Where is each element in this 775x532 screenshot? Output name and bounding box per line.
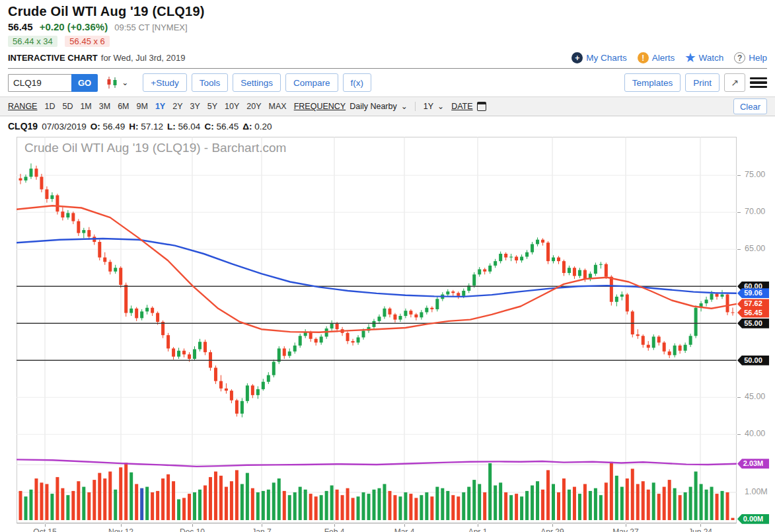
x-axis-label: Mar 4	[394, 527, 415, 532]
chevron-down-icon: ⌄	[437, 102, 444, 111]
interactive-chart-label: INTERACTIVE CHART	[8, 53, 98, 63]
y-axis-badge: 56.45	[737, 308, 769, 318]
x-axis-tick	[192, 524, 193, 527]
toolbar-button[interactable]: Compare	[285, 73, 338, 92]
clear-button[interactable]: Clear	[733, 98, 767, 114]
range-option[interactable]: 1Y	[155, 102, 165, 111]
candlestick-icon	[106, 77, 119, 89]
watch-link[interactable]: ★ Watch	[685, 51, 723, 65]
go-button[interactable]: GO	[71, 74, 98, 92]
range-option[interactable]: MAX	[269, 102, 287, 111]
x-axis-tick	[262, 524, 262, 527]
y-axis-label: 65.00	[745, 244, 765, 253]
header: Crude Oil WTI Aug '19 (CLQ19) 56.45 +0.2…	[0, 0, 775, 69]
range-option[interactable]: 3Y	[190, 102, 200, 111]
range-option[interactable]: 5Y	[207, 102, 217, 111]
y-axis-badge: 0.00M	[737, 514, 769, 524]
range-option[interactable]: 9M	[137, 102, 148, 111]
bid-chip: 56.44 x 34	[8, 36, 57, 47]
toolbar-button[interactable]: Settings	[233, 73, 281, 92]
calendar-icon	[477, 102, 486, 111]
y-axis-badge: 2.03M	[737, 459, 769, 469]
y-axis-label: 1.00M	[745, 487, 768, 496]
expand-button[interactable]: ↗	[724, 73, 745, 92]
y-axis-label: 70.00	[745, 207, 765, 216]
page-title: Crude Oil WTI Aug '19 (CLQ19)	[8, 4, 767, 19]
range-option[interactable]: 1M	[80, 102, 91, 111]
period-dropdown[interactable]: 1Y ⌄	[415, 102, 444, 111]
x-axis-tick	[552, 524, 553, 527]
toolbar-button[interactable]: +Study	[143, 73, 186, 92]
y-axis-tick	[737, 175, 741, 176]
help-link[interactable]: ? Help	[734, 52, 767, 63]
chart-type-button[interactable]: ⌄	[106, 77, 128, 89]
y-axis-tick	[737, 397, 741, 398]
tool-buttons: +StudyToolsSettingsComparef(x)	[143, 73, 371, 92]
date-control[interactable]: DATE	[451, 102, 486, 111]
price-chart-svg[interactable]	[17, 137, 737, 523]
x-axis-label: Dec 10	[180, 527, 205, 532]
range-option[interactable]: 2Y	[172, 102, 182, 111]
print-button[interactable]: Print	[685, 73, 720, 92]
y-axis-tick	[737, 434, 741, 435]
x-axis-label: Nov 12	[108, 527, 133, 532]
frequency-value: Daily Nearby	[350, 102, 397, 111]
y-axis-tick	[737, 212, 741, 213]
x-axis-label: May 27	[612, 527, 638, 532]
barchart-interactive-chart-page: Crude Oil WTI Aug '19 (CLQ19) 56.45 +0.2…	[0, 0, 775, 532]
price-row: 56.45 +0.20 (+0.36%) 09:55 CT [NYMEX]	[8, 21, 767, 32]
chart-toolbar: GO ⌄ +StudyToolsSettingsComparef(x) Temp…	[0, 69, 775, 97]
y-axis-badge: 57.62	[737, 299, 769, 309]
last-price: 56.45	[8, 21, 33, 32]
price-change: +0.20 (+0.36%)	[40, 21, 108, 32]
ohlc-symbol: CLQ19	[8, 121, 38, 132]
quote-time: 09:55 CT [NYMEX]	[114, 22, 187, 32]
bid-ask-row: 56.44 x 34 56.45 x 6	[8, 36, 767, 47]
expand-arrow-icon: ↗	[731, 77, 739, 88]
x-axis-tick	[45, 524, 46, 527]
x-axis-label: Apr 1	[468, 527, 488, 532]
range-option[interactable]: 6M	[118, 102, 129, 111]
header-links: + My Charts ! Alerts ★ Watch ? Help	[572, 51, 767, 65]
x-axis-label: Apr 29	[540, 527, 564, 532]
plus-circle-icon: +	[572, 52, 583, 63]
y-axis-badge: 55.00	[737, 319, 769, 328]
chart-region: Crude Oil WTI Aug '19 (CLQ19) - Barchart…	[0, 135, 775, 532]
y-axis-badge: 59.06	[737, 288, 769, 298]
toolbar-button[interactable]: f(x)	[343, 73, 372, 92]
toolbar-button[interactable]: Tools	[192, 73, 229, 92]
symbol-input[interactable]	[8, 74, 71, 92]
range-option[interactable]: 3M	[99, 102, 110, 111]
x-axis-tick	[334, 524, 335, 527]
interactive-chart-row: INTERACTIVE CHART for Wed, Jul 3rd, 2019…	[8, 51, 767, 69]
y-axis-label: 75.00	[745, 170, 765, 179]
x-axis-label: Feb 4	[324, 527, 345, 532]
x-axis-label: Jun 24	[688, 527, 712, 532]
range-option[interactable]: 5D	[62, 102, 73, 111]
x-axis-tick	[404, 524, 405, 527]
chart-date-label: for Wed, Jul 3rd, 2019	[101, 53, 186, 63]
frequency-control[interactable]: FREQUENCY Daily Nearby ⌄	[294, 102, 408, 111]
period-value: 1Y	[424, 102, 433, 111]
chevron-down-icon: ⌄	[401, 102, 408, 111]
range-dropdown[interactable]: RANGE	[8, 102, 37, 111]
x-axis-tick	[626, 524, 626, 527]
x-axis-label: Jan 7	[252, 527, 271, 532]
x-axis-label: Oct 15	[33, 527, 56, 532]
toolbar-right: Templates Print ↗	[624, 73, 767, 92]
range-options: 1D5D1M3M6M9M1Y2Y3Y5Y10Y20YMAX	[44, 102, 286, 111]
alerts-link[interactable]: ! Alerts	[638, 52, 675, 63]
question-circle-icon: ?	[734, 52, 745, 63]
range-option[interactable]: 1D	[44, 102, 55, 111]
my-charts-link[interactable]: + My Charts	[572, 52, 627, 63]
x-axis-tick	[700, 524, 701, 527]
templates-button[interactable]: Templates	[624, 73, 681, 92]
menu-button[interactable]	[750, 73, 767, 92]
range-option[interactable]: 10Y	[225, 102, 239, 111]
alert-circle-icon: !	[638, 52, 649, 63]
ohlc-bar: CLQ19 07/03/2019 O: 56.49 H: 57.12 L: 56…	[0, 116, 775, 135]
y-axis-label: 45.00	[745, 392, 765, 401]
range-option[interactable]: 20Y	[246, 102, 261, 111]
ohlc-date: 07/03/2019	[42, 122, 87, 132]
menu-icon	[750, 77, 767, 79]
